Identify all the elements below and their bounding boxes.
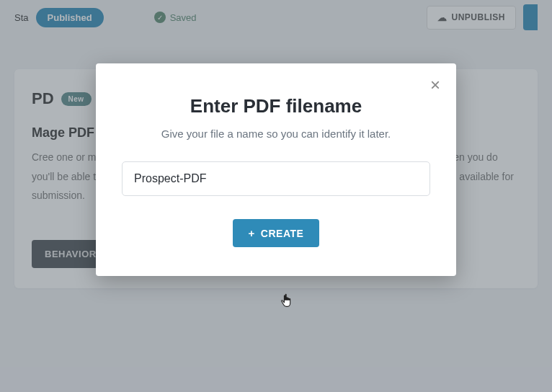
create-button[interactable]: + CREATE (233, 219, 320, 247)
close-icon: × (430, 75, 440, 94)
pdf-filename-modal: × Enter PDF filename Give your file a na… (96, 63, 456, 276)
create-label: CREATE (261, 228, 304, 239)
modal-overlay: × Enter PDF filename Give your file a na… (0, 0, 552, 392)
close-button[interactable]: × (430, 76, 440, 94)
modal-title: Enter PDF filename (122, 95, 430, 117)
filename-input[interactable] (122, 161, 430, 196)
modal-subtitle: Give your file a name so you can identif… (122, 128, 430, 140)
plus-icon: + (249, 227, 255, 239)
